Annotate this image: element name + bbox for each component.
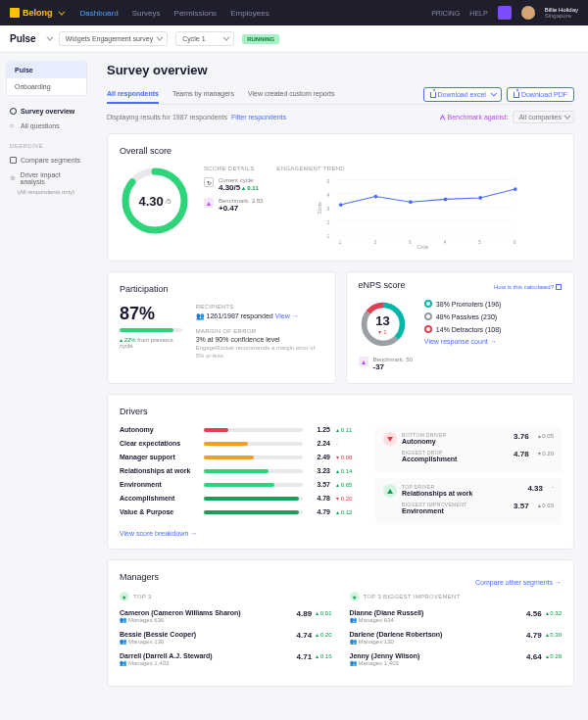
chevron-down-icon[interactable] bbox=[46, 34, 53, 41]
download-icon bbox=[514, 92, 519, 98]
sidebar: Pulse Onboarding Survey overview ≡All qu… bbox=[0, 53, 93, 714]
benchmark-select[interactable]: All companies bbox=[513, 111, 574, 123]
cycle-select[interactable]: Cycle 1 bbox=[175, 31, 234, 46]
avatar[interactable] bbox=[521, 6, 535, 20]
list-icon: ≡ bbox=[10, 122, 17, 129]
grid-icon bbox=[10, 157, 17, 164]
overall-donut: 4.30/5 bbox=[120, 166, 190, 236]
up-trend-icon bbox=[383, 484, 397, 498]
sidebar-pill-pulse[interactable]: Pulse bbox=[7, 62, 86, 78]
nav-permissions[interactable]: Permissions bbox=[174, 9, 218, 18]
svg-text:4: 4 bbox=[444, 240, 447, 245]
sidebar-pill-onboarding[interactable]: Onboarding bbox=[7, 78, 86, 95]
view-score-breakdown-link[interactable]: View score breakdown → bbox=[120, 530, 562, 537]
svg-text:Score: Score bbox=[318, 202, 322, 215]
download-pdf-button[interactable]: Download PDF bbox=[507, 87, 574, 102]
topbar-right: PRICING HELP Billie Holiday Singapore bbox=[431, 6, 578, 20]
nav-dashboard[interactable]: Dashboard bbox=[80, 9, 119, 18]
svg-point-15 bbox=[409, 200, 413, 204]
benchmark-icon: ▴ bbox=[204, 198, 214, 208]
svg-point-14 bbox=[374, 195, 378, 199]
results-count: Displaying results for 1987 respondents bbox=[107, 114, 227, 120]
driver-row: Relationships at work3.23▴ 0.14 bbox=[120, 467, 362, 474]
svg-point-16 bbox=[444, 198, 448, 202]
tab-teams-managers[interactable]: Teams by managers bbox=[172, 85, 234, 104]
filter-respondents-link[interactable]: Filter respondents bbox=[231, 114, 286, 120]
svg-text:4: 4 bbox=[327, 193, 330, 198]
meta-row: Displaying results for 1987 respondents … bbox=[107, 111, 574, 123]
survey-select[interactable]: Widgets Engagement survey bbox=[59, 31, 169, 46]
manager-row: Darlene (Darlene Robertson)👥 Manages 130… bbox=[350, 631, 563, 645]
benchmark-icon bbox=[440, 115, 446, 120]
pricing-link[interactable]: PRICING bbox=[431, 10, 460, 17]
download-excel-button[interactable]: Download excel bbox=[423, 87, 502, 102]
participation-card: Participation 87% ▴ 22% from previous cy… bbox=[107, 271, 336, 384]
driver-row: Clear expectations2.24- bbox=[120, 440, 362, 447]
view-recipients-link[interactable]: View → bbox=[275, 312, 299, 319]
svg-point-18 bbox=[514, 187, 517, 191]
topbar: Belong Dashboard Surveys Permissions Emp… bbox=[0, 0, 588, 25]
driver-summary-box: TOP DRIVERRelationships at work4.33-BIGG… bbox=[375, 478, 562, 524]
down-trend-icon bbox=[383, 432, 397, 446]
tabs: All respondents Teams by managers View c… bbox=[107, 85, 335, 104]
tab-all-respondents[interactable]: All respondents bbox=[107, 85, 159, 104]
sidebar-driver-impact[interactable]: ⊕Driver impact analysis bbox=[6, 168, 87, 189]
driver-row: Environment3.57▴ 0.65 bbox=[120, 481, 362, 488]
card-title: Overall score bbox=[120, 146, 562, 156]
tabs-actions: Download excel Download PDF bbox=[423, 87, 575, 102]
subbar-title: Pulse bbox=[10, 33, 36, 44]
svg-text:1: 1 bbox=[339, 240, 342, 245]
svg-text:6: 6 bbox=[514, 240, 516, 245]
enps-card: How is this calculated? eNPS score 13▾ 1 bbox=[346, 271, 575, 384]
drivers-list: Autonomy1.25▴ 0.11Clear expectations2.24… bbox=[120, 426, 362, 524]
brand[interactable]: Belong bbox=[10, 8, 63, 18]
overall-score-card: Overall score 4.30/5 SCORE DETAILS ↻ Cur… bbox=[107, 133, 574, 262]
main-nav: Dashboard Surveys Permissions Employees bbox=[80, 9, 270, 18]
enps-legend: 38% Promoters (196) 48% Passives (230) 1… bbox=[424, 300, 502, 371]
engagement-trend-chart: ENGAGEMENT TREND 54 32 1 Score 1 bbox=[276, 166, 562, 249]
manager-row: Jenny (Jenny Wilson)👥 Manages 1,4034.64▴… bbox=[350, 652, 563, 666]
brand-icon bbox=[10, 8, 20, 18]
managers-card: Managers Compare other segments → ★TOP 3… bbox=[107, 559, 574, 687]
benchmark-icon: ▴ bbox=[359, 357, 368, 366]
driver-row: Value & Purpose4.79▴ 0.12 bbox=[120, 508, 362, 515]
sidebar-compare-segments[interactable]: Compare segments bbox=[6, 153, 87, 168]
manager-row: Cameron (Cameron Williams Sharon)👥 Manag… bbox=[120, 609, 332, 623]
nav-employees[interactable]: Employees bbox=[230, 9, 270, 18]
driver-row: Accomplishment4.78▾ 0.20 bbox=[120, 495, 362, 502]
view-response-count-link[interactable]: View response count → bbox=[424, 338, 502, 345]
svg-text:Cycle: Cycle bbox=[417, 245, 429, 249]
star-icon: ★ bbox=[120, 592, 129, 601]
sidebar-note: (All respondents only) bbox=[18, 189, 87, 195]
circle-icon bbox=[10, 108, 17, 115]
sidebar-section-deepdive: DEEPDIVE bbox=[10, 143, 83, 149]
svg-text:1: 1 bbox=[327, 234, 330, 239]
sidebar-all-questions[interactable]: ≡All questions bbox=[6, 119, 87, 133]
target-icon: ⊕ bbox=[10, 174, 17, 182]
sidebar-survey-overview[interactable]: Survey overview bbox=[6, 104, 87, 119]
chevron-down-icon bbox=[58, 8, 65, 15]
enps-donut: 13▾ 1 bbox=[359, 300, 408, 349]
help-link[interactable]: HELP bbox=[469, 10, 487, 17]
svg-point-17 bbox=[479, 196, 483, 200]
svg-text:3: 3 bbox=[327, 207, 330, 212]
cycle-icon: ↻ bbox=[204, 177, 214, 187]
svg-point-13 bbox=[339, 203, 343, 207]
manager-row: Bessie (Bessie Cooper)👥 Manages 1304.74▴… bbox=[120, 631, 332, 645]
svg-text:2: 2 bbox=[374, 240, 377, 245]
subbar: Pulse Widgets Engagement survey Cycle 1 … bbox=[0, 25, 588, 53]
tab-custom-reports[interactable]: View created custom reports bbox=[248, 85, 335, 104]
drivers-card: Drivers Autonomy1.25▴ 0.11Clear expectat… bbox=[107, 394, 574, 550]
svg-text:2: 2 bbox=[327, 220, 330, 225]
trend-chart-svg: 54 32 1 Score 123456 Cycle bbox=[276, 175, 562, 249]
svg-text:3: 3 bbox=[409, 240, 412, 245]
content: Survey overview All respondents Teams by… bbox=[93, 53, 588, 714]
external-icon bbox=[556, 284, 562, 290]
app-icon[interactable] bbox=[498, 6, 512, 20]
participation-pct: 87% bbox=[120, 304, 182, 324]
user-meta[interactable]: Billie Holiday Singapore bbox=[545, 7, 578, 19]
driver-row: Manager support2.49▾ 0.08 bbox=[120, 454, 362, 460]
nav-surveys[interactable]: Surveys bbox=[132, 9, 161, 18]
driver-summary-box: BOTTOM DRIVERAutonomy3.76▴ 0.05BIGGEST D… bbox=[375, 426, 562, 472]
compare-segments-link[interactable]: Compare other segments → bbox=[475, 579, 562, 586]
